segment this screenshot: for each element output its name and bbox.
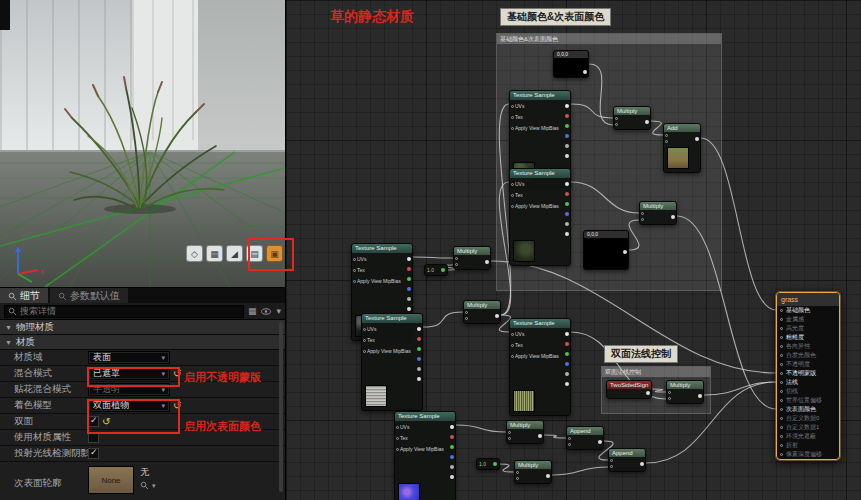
- pin[interactable]: [780, 417, 783, 420]
- add-node[interactable]: Add: [663, 123, 701, 173]
- pin[interactable]: [780, 327, 783, 330]
- pin[interactable]: [780, 345, 783, 348]
- multiply-node[interactable]: Multiply: [613, 106, 651, 130]
- pin[interactable]: [780, 453, 783, 456]
- material-output-pin[interactable]: 自发光颜色: [777, 351, 839, 360]
- tab-parameter-defaults[interactable]: 参数默认值: [50, 288, 128, 304]
- pin[interactable]: [641, 212, 644, 215]
- reset-to-default-icon[interactable]: ↺: [173, 401, 181, 411]
- pin[interactable]: [417, 347, 421, 351]
- pin[interactable]: [610, 459, 613, 462]
- use-material-attributes-checkbox[interactable]: [88, 432, 99, 443]
- pin[interactable]: [780, 381, 783, 384]
- eye-icon[interactable]: [260, 307, 272, 316]
- material-node-graph[interactable]: 基础颜色&次表面颜色 双面法线控制 0,0,0Texture SampleUVs…: [285, 0, 861, 500]
- pin[interactable]: [780, 390, 783, 393]
- perspective-icon[interactable]: ◢: [226, 245, 243, 262]
- pin[interactable]: [407, 277, 411, 281]
- material-output-pin[interactable]: 次表面颜色: [777, 405, 839, 414]
- pin[interactable]: [565, 332, 569, 336]
- multiply-node[interactable]: Multiply: [453, 246, 491, 270]
- 1-0-node[interactable]: 1.0: [476, 458, 500, 470]
- filter-grid-icon[interactable]: ▦: [248, 305, 257, 318]
- shading-model-dropdown[interactable]: 双面植物 ▾: [88, 399, 170, 412]
- pin[interactable]: [396, 437, 399, 440]
- pin[interactable]: [640, 462, 644, 466]
- material-thumbnail-icon[interactable]: ▣: [266, 245, 283, 262]
- pin[interactable]: [407, 307, 411, 311]
- material-output-pin[interactable]: 切线: [777, 387, 839, 396]
- multiply-node[interactable]: Multiply: [666, 380, 704, 404]
- two-sided-checkbox[interactable]: [88, 416, 99, 427]
- pin[interactable]: [511, 194, 514, 197]
- material-output-pin[interactable]: 自定义数据1: [777, 423, 839, 432]
- chevron-down-icon[interactable]: ▾: [276, 305, 281, 318]
- pin[interactable]: [396, 448, 399, 451]
- pin[interactable]: [363, 328, 366, 331]
- material-output-pin[interactable]: 不透明蒙版: [777, 369, 839, 378]
- 1-0-node[interactable]: 1.0: [424, 264, 448, 276]
- pin[interactable]: [407, 287, 411, 291]
- material-output-pin[interactable]: 高光度: [777, 324, 839, 333]
- pin[interactable]: [450, 425, 454, 429]
- pin[interactable]: [668, 397, 671, 400]
- pin[interactable]: [565, 154, 569, 158]
- pin[interactable]: [396, 426, 399, 429]
- pin[interactable]: [565, 372, 569, 376]
- pin[interactable]: [516, 477, 519, 480]
- search-box[interactable]: [4, 305, 244, 318]
- blend-mode-dropdown[interactable]: 已遮罩 ▾: [88, 367, 170, 380]
- pin[interactable]: [565, 104, 569, 108]
- chevron-down-icon[interactable]: ▾: [152, 482, 156, 490]
- append-node[interactable]: Append: [608, 448, 646, 472]
- material-result-node[interactable]: grass基础颜色金属感高光度粗糙度各向异性自发光颜色不透明度不透明蒙版法线切线…: [776, 292, 840, 460]
- pin[interactable]: [493, 462, 497, 466]
- pin[interactable]: [565, 114, 569, 118]
- texture-sample-node[interactable]: Texture SampleUVsTexApply View MipBias: [509, 168, 571, 266]
- material-output-pin[interactable]: 环境光遮蔽: [777, 432, 839, 441]
- pin[interactable]: [565, 134, 569, 138]
- pin[interactable]: [455, 263, 458, 266]
- pin[interactable]: [465, 317, 468, 320]
- section-material[interactable]: ▼ 材质: [0, 335, 285, 350]
- pin[interactable]: [665, 140, 668, 143]
- search-icon[interactable]: [140, 481, 149, 490]
- reset-to-default-icon[interactable]: ↺: [173, 369, 181, 379]
- pin[interactable]: [615, 123, 618, 126]
- pin[interactable]: [565, 182, 569, 186]
- pin[interactable]: [671, 215, 675, 219]
- pin[interactable]: [645, 120, 649, 124]
- pin[interactable]: [363, 350, 366, 353]
- pin[interactable]: [568, 437, 571, 440]
- pin[interactable]: [565, 202, 569, 206]
- material-output-pin[interactable]: 像素深度偏移: [777, 450, 839, 459]
- pin[interactable]: [780, 309, 783, 312]
- pin[interactable]: [598, 440, 602, 444]
- pin[interactable]: [511, 183, 514, 186]
- pin[interactable]: [565, 352, 569, 356]
- pin[interactable]: [417, 327, 421, 331]
- pin[interactable]: [407, 267, 411, 271]
- pin[interactable]: [363, 339, 366, 342]
- pin[interactable]: [623, 250, 627, 254]
- view-mode-icon[interactable]: ◇: [186, 245, 203, 262]
- append-node[interactable]: Append: [566, 426, 604, 450]
- pin[interactable]: [450, 475, 454, 479]
- pin[interactable]: [698, 394, 702, 398]
- pin[interactable]: [465, 311, 468, 314]
- 0-0-0-node[interactable]: 0,0,0: [583, 230, 629, 270]
- pin[interactable]: [511, 344, 514, 347]
- pin[interactable]: [508, 437, 511, 440]
- pin[interactable]: [450, 455, 454, 459]
- pin[interactable]: [668, 391, 671, 394]
- 0-0-0-node[interactable]: 0,0,0: [553, 50, 589, 78]
- pin[interactable]: [565, 212, 569, 216]
- material-output-pin[interactable]: 粗糙度: [777, 333, 839, 342]
- pin[interactable]: [780, 435, 783, 438]
- texture-sample-node[interactable]: Texture SampleUVsTexApply View MipBias: [509, 318, 571, 416]
- texture-sample-node[interactable]: Texture SampleUVsTexApply View MipBias: [361, 313, 423, 411]
- pin[interactable]: [485, 260, 489, 264]
- pin[interactable]: [780, 399, 783, 402]
- pin[interactable]: [511, 205, 514, 208]
- tab-details[interactable]: 细节: [0, 288, 48, 304]
